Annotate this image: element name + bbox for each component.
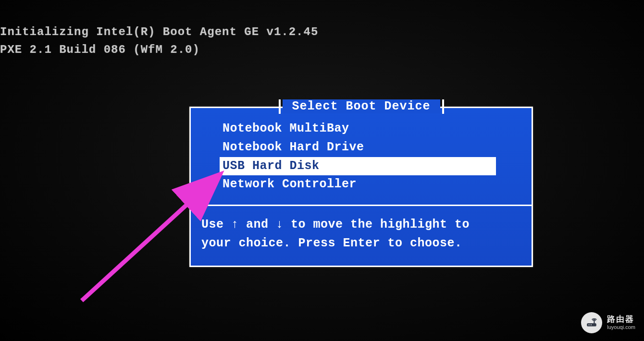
boot-device-item-usb-hard-disk[interactable]: USB Hard Disk xyxy=(220,157,496,176)
watermark-zh: 路由器 xyxy=(607,315,635,324)
watermark-en: luyouqi.com xyxy=(607,324,635,330)
router-icon xyxy=(581,312,602,333)
boot-device-list: Notebook MultiBay Notebook Hard Drive US… xyxy=(191,108,532,200)
dialog-help-text: Use ↑ and ↓ to move the highlight to you… xyxy=(191,206,532,266)
boot-device-item-multibay[interactable]: Notebook MultiBay xyxy=(220,120,517,138)
boot-init-text: Initializing Intel(R) Boot Agent GE v1.2… xyxy=(0,23,318,59)
watermark: 路由器 luyouqi.com xyxy=(581,312,635,333)
boot-device-dialog: Select Boot Device Notebook MultiBay Not… xyxy=(189,107,533,267)
watermark-text: 路由器 luyouqi.com xyxy=(607,315,635,331)
dialog-title: Select Boot Device xyxy=(282,99,440,113)
boot-device-item-hard-drive[interactable]: Notebook Hard Drive xyxy=(220,138,517,157)
svg-point-3 xyxy=(589,324,590,325)
boot-device-item-network-controller[interactable]: Network Controller xyxy=(220,175,517,194)
svg-point-4 xyxy=(591,324,592,325)
boot-line-2: PXE 2.1 Build 086 (WfM 2.0) xyxy=(0,43,200,56)
boot-line-1: Initializing Intel(R) Boot Agent GE v1.2… xyxy=(0,25,318,38)
